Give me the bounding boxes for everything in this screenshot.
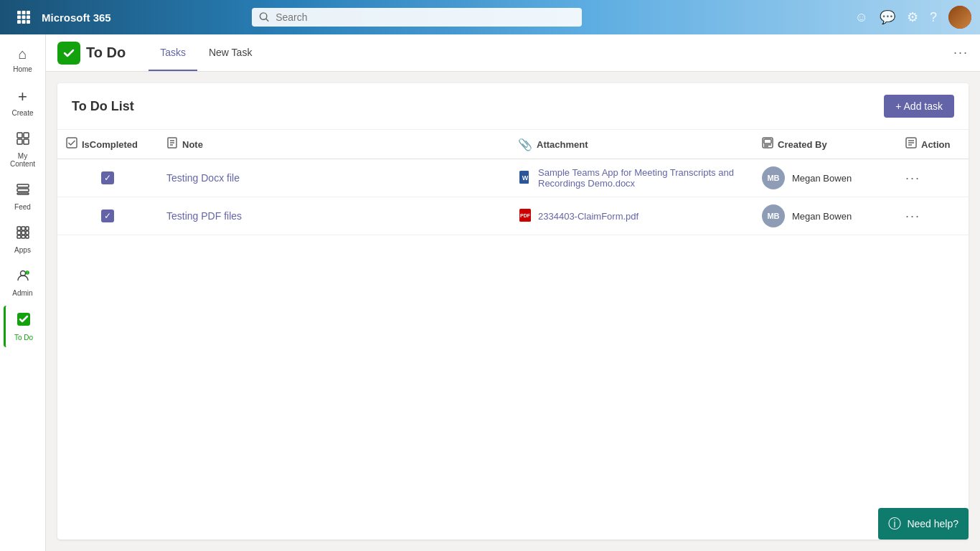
search-input[interactable] xyxy=(275,11,575,23)
table-header-row: IsCompleted xyxy=(57,130,969,159)
col-header-action: Action xyxy=(897,130,969,159)
sidebar-label-mycontent: My Content xyxy=(6,152,39,168)
tab-new-task[interactable]: New Task xyxy=(197,34,263,71)
col-header-note: Note xyxy=(158,130,509,159)
main-panel: To Do List + Add task xyxy=(46,72,980,551)
svg-line-10 xyxy=(266,19,268,21)
task-table: IsCompleted xyxy=(57,130,969,235)
creator-avatar-1: MB xyxy=(762,204,785,227)
action-menu-1[interactable]: ··· xyxy=(905,209,920,223)
svg-rect-5 xyxy=(27,16,30,19)
iscompleted-col-icon xyxy=(66,137,77,151)
search-bar[interactable] xyxy=(252,8,582,27)
need-help-icon: ⓘ xyxy=(888,515,901,532)
svg-rect-23 xyxy=(26,231,29,235)
main-layout: ⌂ Home + Create My Content xyxy=(0,34,980,551)
svg-rect-3 xyxy=(17,16,21,19)
svg-rect-16 xyxy=(17,189,29,192)
tab-tasks[interactable]: Tasks xyxy=(149,34,197,71)
col-header-attachment: 📎 Attachment xyxy=(509,130,753,159)
svg-rect-1 xyxy=(22,11,26,14)
pdf-icon: PDF xyxy=(518,208,532,222)
create-icon: + xyxy=(18,88,27,106)
sidebar-label-todo: To Do xyxy=(14,334,33,342)
feed-icon xyxy=(16,182,30,200)
svg-rect-22 xyxy=(22,231,25,235)
task-checkbox-0[interactable] xyxy=(101,171,114,184)
sidebar: ⌂ Home + Create My Content xyxy=(0,34,46,551)
attachment-link-1[interactable]: 2334403-ClaimForm.pdf xyxy=(538,211,639,222)
help-icon[interactable]: ? xyxy=(930,10,937,25)
todo-card: To Do List + Add task xyxy=(57,83,969,540)
mycontent-icon xyxy=(16,131,30,149)
app-logo-area: To Do xyxy=(57,42,126,65)
user-avatar[interactable] xyxy=(948,6,971,29)
sidebar-label-admin: Admin xyxy=(12,289,32,297)
sidebar-item-apps[interactable]: Apps xyxy=(4,220,42,260)
task-table-scroll[interactable]: IsCompleted xyxy=(57,130,969,540)
creator-avatar-0: MB xyxy=(762,166,785,189)
topbar: Microsoft 365 ☺ 💬 ⚙ ? xyxy=(0,0,980,34)
content-area: To Do Tasks New Task ··· To Do List + Ad… xyxy=(46,34,980,551)
svg-rect-17 xyxy=(17,193,29,194)
tab-nav: Tasks New Task xyxy=(149,34,263,71)
need-help-button[interactable]: ⓘ Need help? xyxy=(878,508,969,540)
add-task-button[interactable]: + Add task xyxy=(884,95,954,118)
svg-rect-7 xyxy=(22,20,26,24)
note-link-0[interactable]: Testing Docx file xyxy=(166,172,240,184)
svg-rect-4 xyxy=(22,16,26,19)
svg-rect-11 xyxy=(17,133,22,138)
row-1-createdby: MB Megan Bowen xyxy=(753,197,897,235)
creator-name-0: Megan Bowen xyxy=(792,173,852,184)
row-1-note: Testing PDF files xyxy=(158,197,509,235)
search-icon xyxy=(259,11,270,23)
svg-rect-18 xyxy=(17,227,21,230)
smiley-icon[interactable]: ☺ xyxy=(855,10,868,25)
col-label-iscompleted: IsCompleted xyxy=(82,139,138,150)
word-icon: W xyxy=(518,170,532,184)
home-icon: ⌂ xyxy=(18,46,27,62)
card-header: To Do List + Add task xyxy=(57,83,969,130)
action-menu-0[interactable]: ··· xyxy=(905,171,920,185)
svg-rect-21 xyxy=(17,231,21,235)
col-label-attachment: Attachment xyxy=(537,139,588,150)
task-checkbox-1[interactable] xyxy=(101,209,114,222)
row-1-action: ··· xyxy=(897,197,969,235)
creator-name-1: Megan Bowen xyxy=(792,211,852,222)
sidebar-item-home[interactable]: ⌂ Home xyxy=(4,40,42,79)
waffle-menu[interactable] xyxy=(17,11,30,24)
apps-icon xyxy=(16,225,30,243)
table-row: Testing Docx fileWSample Teams App for M… xyxy=(57,159,969,197)
sidebar-item-admin[interactable]: Admin xyxy=(4,263,42,303)
admin-icon xyxy=(16,268,30,286)
row-1-attachment: PDF2334403-ClaimForm.pdf xyxy=(509,197,753,235)
action-col-icon xyxy=(905,137,917,151)
row-0-action: ··· xyxy=(897,159,969,197)
feedback-icon[interactable]: 💬 xyxy=(880,9,895,25)
settings-icon[interactable]: ⚙ xyxy=(907,9,918,25)
sidebar-label-feed: Feed xyxy=(14,203,31,211)
sidebar-item-todo[interactable]: To Do xyxy=(4,306,42,347)
svg-text:PDF: PDF xyxy=(520,213,531,218)
task-table-body: Testing Docx fileWSample Teams App for M… xyxy=(57,159,969,235)
attachment-link-0[interactable]: Sample Teams App for Meeting Transcripts… xyxy=(538,167,745,189)
more-options-button[interactable]: ··· xyxy=(953,45,969,60)
table-row: Testing PDF filesPDF2334403-ClaimForm.pd… xyxy=(57,197,969,235)
sidebar-label-create: Create xyxy=(11,109,33,117)
note-link-1[interactable]: Testing PDF files xyxy=(166,210,242,222)
row-0-iscompleted xyxy=(57,159,158,197)
sidebar-item-mycontent[interactable]: My Content xyxy=(4,126,42,174)
svg-rect-25 xyxy=(22,235,25,238)
attach-icon-0: W xyxy=(518,170,532,187)
svg-text:W: W xyxy=(522,174,529,182)
note-col-icon xyxy=(166,137,178,151)
svg-rect-14 xyxy=(24,139,29,144)
col-header-createdby: Created By xyxy=(753,130,897,159)
svg-rect-26 xyxy=(26,235,29,238)
svg-point-9 xyxy=(260,13,266,19)
svg-rect-19 xyxy=(22,227,25,230)
sidebar-item-feed[interactable]: Feed xyxy=(4,176,42,217)
col-header-iscompleted: IsCompleted xyxy=(57,130,158,159)
sidebar-item-create[interactable]: + Create xyxy=(4,82,42,123)
need-help-label: Need help? xyxy=(907,518,958,529)
